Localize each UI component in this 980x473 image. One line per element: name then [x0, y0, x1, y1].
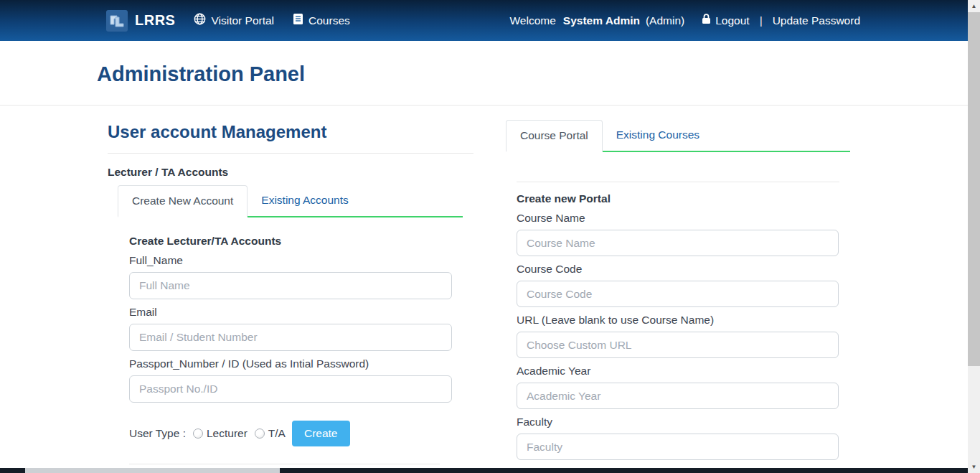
faculty-input[interactable] [517, 434, 839, 460]
ta-radio[interactable] [255, 428, 265, 439]
academic-year-input[interactable] [517, 383, 839, 409]
divider [129, 464, 440, 464]
tab-create-new-account[interactable]: Create New Account [118, 185, 248, 217]
book-icon [293, 13, 303, 28]
update-password-link[interactable]: Update Password [773, 14, 860, 27]
page-header: Administration Panel [0, 41, 980, 106]
user-type-label: User Type : [129, 427, 186, 440]
account-tabs: Create New Account Existing Accounts [118, 185, 463, 217]
tab-existing-accounts[interactable]: Existing Accounts [248, 185, 362, 216]
logout-link[interactable]: Logout [702, 14, 749, 27]
nav-visitor-portal[interactable]: Visitor Portal [194, 13, 274, 28]
tab-course-portal[interactable]: Course Portal [506, 120, 603, 152]
subsection-title-lecturer-ta: Lecturer / TA Accounts [108, 166, 473, 179]
lock-icon [702, 14, 711, 27]
email-label: Email [129, 306, 473, 319]
custom-url-input[interactable] [517, 332, 839, 358]
top-navbar: LRRS Visitor Portal [0, 0, 980, 41]
form-title-create-accounts: Create Lecturer/TA Accounts [129, 235, 473, 248]
course-portal-section: Course Portal Existing Courses Create ne… [506, 120, 850, 473]
course-tabs: Course Portal Existing Courses [506, 120, 850, 152]
passport-label: Passport_Number / ID (Used as Intial Pas… [129, 357, 473, 370]
globe-icon [194, 13, 206, 28]
lecturer-radio-label: Lecturer [207, 427, 248, 440]
course-code-input[interactable] [517, 281, 839, 307]
ta-radio-label: T/A [268, 427, 286, 440]
nav-separator: | [760, 14, 763, 27]
app-window: LRRS Visitor Portal [0, 0, 980, 473]
course-name-label: Course Name [517, 212, 850, 225]
course-code-label: Course Code [517, 263, 850, 276]
user-name: System Admin [563, 14, 640, 27]
divider [517, 182, 839, 182]
passport-input[interactable] [129, 375, 452, 403]
divider [108, 153, 473, 154]
full-name-input[interactable] [129, 272, 452, 299]
email-input[interactable] [129, 324, 452, 351]
form-title-create-portal: Create new Portal [517, 192, 850, 205]
user-role: (Admin) [646, 14, 684, 27]
main-content: User account Management Lecturer / TA Ac… [0, 106, 980, 473]
nav-courses[interactable]: Courses [293, 13, 350, 28]
page-title: Administration Panel [97, 62, 980, 86]
scroll-up-arrow-icon[interactable]: ▲ [968, 0, 980, 12]
academic-year-label: Academic Year [517, 365, 850, 378]
scroll-down-arrow-icon[interactable]: ▼ [968, 461, 980, 473]
brand[interactable]: LRRS [106, 10, 175, 32]
brand-name[interactable]: LRRS [135, 12, 175, 29]
nav-courses-label: Courses [308, 14, 350, 27]
custom-url-label: URL (Leave blank to use Course Name) [517, 314, 850, 327]
lrrs-logo-icon [106, 10, 128, 32]
create-portal-form: Create new Portal Course Name Course Cod… [506, 152, 850, 473]
create-account-button[interactable]: Create [292, 421, 350, 446]
nav-visitor-portal-label: Visitor Portal [211, 14, 274, 27]
user-type-row: User Type : Lecturer T/A Create [129, 421, 473, 446]
full-name-label: Full_Name [129, 254, 473, 267]
tab-existing-courses[interactable]: Existing Courses [603, 120, 713, 151]
lecturer-radio[interactable] [193, 428, 203, 439]
horizontal-scrollbar[interactable] [0, 468, 968, 473]
vertical-scrollbar[interactable]: ▲ ▼ [968, 0, 980, 473]
user-account-section: User account Management Lecturer / TA Ac… [108, 116, 473, 473]
logout-label: Logout [715, 14, 749, 27]
vertical-scrollbar-thumb[interactable] [968, 12, 980, 366]
faculty-label: Faculty [517, 416, 850, 428]
section-title-user-accounts: User account Management [108, 122, 473, 142]
welcome-text: Welcome [510, 14, 556, 27]
horizontal-scrollbar-thumb[interactable] [25, 468, 280, 473]
create-account-form: Create Lecturer/TA Accounts Full_Name Em… [118, 217, 473, 464]
course-name-input[interactable] [517, 230, 839, 256]
